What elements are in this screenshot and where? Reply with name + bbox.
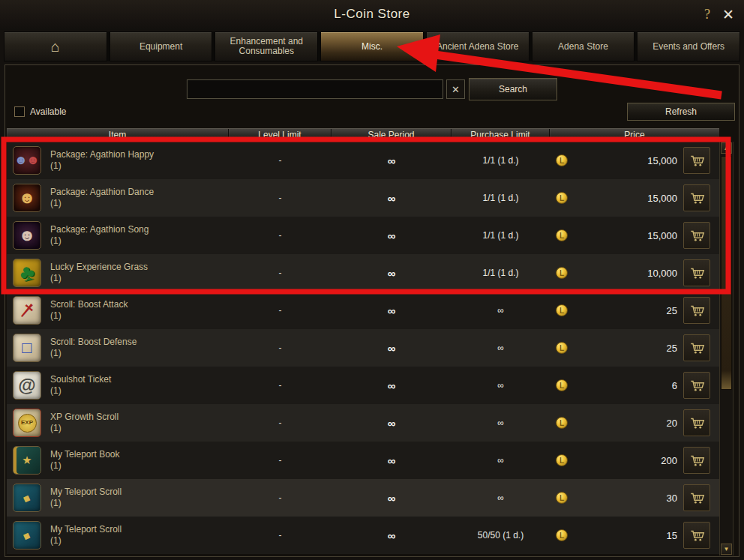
- lcoin-icon: [556, 417, 568, 429]
- store-tab-bar: EquipmentEnhancement and ConsumablesMisc…: [4, 31, 740, 61]
- cart-icon: [688, 415, 705, 431]
- item-quantity: (1): [50, 535, 122, 547]
- lcoin-icon: [556, 454, 568, 466]
- price-value: 200: [661, 455, 677, 466]
- sale-period: ∞: [332, 404, 452, 442]
- lcoin-icon: [556, 379, 568, 391]
- level-limit: -: [229, 404, 332, 442]
- price-value: 6: [672, 380, 677, 391]
- item-name: Package: Agathion Dance: [50, 187, 154, 198]
- cart-icon: [688, 190, 705, 206]
- tab-misc[interactable]: Misc.: [320, 31, 424, 61]
- item-name: My Teleport Scroll: [50, 524, 122, 535]
- level-limit: -: [229, 217, 332, 254]
- add-to-cart-button[interactable]: [683, 184, 710, 211]
- tab-ancient-adena-store[interactable]: Ancient Adena Store: [426, 31, 530, 61]
- item-table: Package: Agathion Happy(1)-∞1/1 (1 d.)15…: [7, 142, 719, 554]
- price-value: 15,000: [647, 155, 677, 166]
- price-value: 15,000: [647, 230, 677, 241]
- table-row[interactable]: Lucky Experience Grass(1)-∞1/1 (1 d.)10,…: [7, 254, 719, 292]
- price-value: 30: [667, 493, 677, 504]
- table-row[interactable]: XP Growth Scroll(1)-∞∞20: [7, 404, 719, 442]
- item-name: Lucky Experience Grass: [50, 262, 148, 273]
- lcoin-icon: [556, 342, 568, 354]
- cart-icon: [688, 152, 705, 169]
- add-to-cart-button[interactable]: [683, 259, 710, 286]
- item-name: Scroll: Boost Attack: [50, 299, 128, 310]
- title-bar: L-Coin Store ? ✕: [0, 0, 744, 30]
- help-button[interactable]: ?: [699, 5, 716, 23]
- refresh-button[interactable]: Refresh: [627, 103, 735, 121]
- add-to-cart-button[interactable]: [683, 222, 710, 249]
- tab-events-and-offers[interactable]: Events and Offers: [637, 31, 740, 61]
- scroll-attack-icon: [13, 296, 41, 325]
- home-icon: [51, 39, 60, 54]
- tab-label: Enhancement and Consumables: [220, 37, 313, 56]
- purchase-limit: 1/1 (1 d.): [452, 179, 550, 217]
- add-to-cart-button[interactable]: [683, 372, 710, 399]
- available-checkbox[interactable]: [14, 106, 25, 117]
- item-name: Soulshot Ticket: [50, 374, 111, 385]
- sale-period: ∞: [332, 292, 452, 329]
- column-header-price: Price: [550, 129, 719, 141]
- table-row[interactable]: Soulshot Ticket(1)-∞∞6: [7, 367, 719, 404]
- sale-period: ∞: [332, 367, 452, 404]
- column-header-item: Item: [7, 129, 229, 141]
- lcoin-icon: [556, 192, 568, 204]
- close-button[interactable]: ✕: [718, 4, 738, 24]
- table-row[interactable]: Scroll: Boost Defense(1)-∞∞25: [7, 329, 719, 367]
- item-quantity: (1): [50, 310, 128, 322]
- search-input[interactable]: [187, 79, 443, 99]
- add-to-cart-button[interactable]: [683, 484, 710, 511]
- cart-icon: [688, 265, 705, 281]
- tab-label: Adena Store: [558, 42, 608, 52]
- lucky-grass-icon: [13, 259, 41, 287]
- cart-icon: [688, 302, 705, 319]
- purchase-limit: 1/1 (1 d.): [452, 254, 550, 292]
- table-header: ItemLevel LimitSale PeriodPurchase Limit…: [7, 128, 719, 142]
- price-value: 15: [667, 530, 677, 541]
- item-name: Scroll: Boost Defense: [50, 337, 136, 348]
- cart-icon: [688, 490, 705, 506]
- add-to-cart-button[interactable]: [683, 147, 710, 174]
- table-row[interactable]: Package: Agathion Song(1)-∞1/1 (1 d.)15,…: [7, 217, 719, 254]
- tab-enhancement-and-consumables[interactable]: Enhancement and Consumables: [214, 31, 318, 61]
- price-value: 25: [667, 305, 677, 316]
- scrollbar-thumb[interactable]: [721, 156, 732, 390]
- scrollbar: ▲ ▼: [719, 142, 734, 556]
- item-name: XP Growth Scroll: [50, 412, 118, 423]
- tab-adena-store[interactable]: Adena Store: [532, 31, 635, 61]
- table-row[interactable]: My Teleport Scroll(1)-∞50/50 (1 d.)15: [7, 517, 719, 554]
- purchase-limit: 1/1 (1 d.): [452, 142, 550, 179]
- table-row[interactable]: My Teleport Book(1)-∞∞200: [7, 442, 719, 479]
- clear-search-button[interactable]: ✕: [446, 79, 465, 99]
- purchase-limit: ∞: [452, 404, 550, 442]
- table-row[interactable]: My Teleport Scroll(1)-∞∞30: [7, 479, 719, 517]
- tab-home[interactable]: [4, 31, 107, 61]
- purchase-limit: ∞: [452, 292, 550, 329]
- xp-scroll-icon: [13, 409, 41, 437]
- sale-period: ∞: [332, 442, 452, 479]
- scroll-up-icon[interactable]: ▲: [721, 142, 732, 154]
- teleport-book-icon: [13, 446, 41, 475]
- item-quantity: (1): [50, 273, 148, 284]
- add-to-cart-button[interactable]: [683, 334, 710, 361]
- add-to-cart-button[interactable]: [683, 447, 710, 474]
- level-limit: -: [229, 442, 332, 479]
- table-row[interactable]: Package: Agathion Dance(1)-∞1/1 (1 d.)15…: [7, 179, 719, 217]
- add-to-cart-button[interactable]: [683, 409, 710, 436]
- search-button[interactable]: Search: [469, 78, 557, 100]
- column-header-level-limit: Level Limit: [229, 129, 332, 141]
- add-to-cart-button[interactable]: [683, 297, 710, 324]
- purchase-limit: 1/1 (1 d.): [452, 217, 550, 254]
- item-quantity: (1): [50, 423, 118, 434]
- add-to-cart-button[interactable]: [683, 522, 710, 549]
- price-value: 10,000: [647, 268, 677, 279]
- tab-equipment[interactable]: Equipment: [110, 31, 213, 61]
- item-quantity: (1): [50, 498, 122, 509]
- tab-label: Equipment: [140, 42, 182, 52]
- scroll-down-icon[interactable]: ▼: [721, 544, 732, 555]
- item-quantity: (1): [50, 160, 154, 172]
- table-row[interactable]: Package: Agathion Happy(1)-∞1/1 (1 d.)15…: [7, 142, 719, 179]
- table-row[interactable]: Scroll: Boost Attack(1)-∞∞25: [7, 292, 719, 329]
